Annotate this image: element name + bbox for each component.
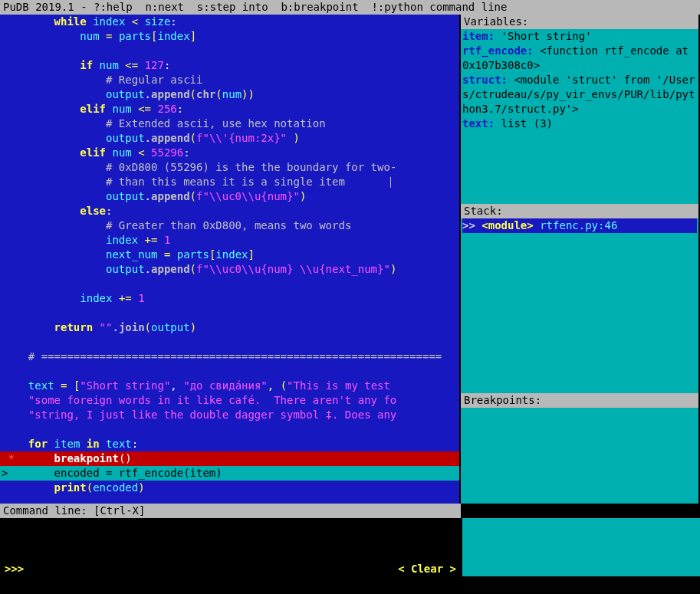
clear-button[interactable]: < Clear > <box>398 562 456 576</box>
code-line[interactable]: # than this means it is a single item ⎸ <box>0 175 459 189</box>
breakpoints-header: Breakpoints: <box>461 393 698 408</box>
code-line[interactable]: output.append(f"\\uc0\\u{num} \\u{next_n… <box>0 262 459 277</box>
code-line[interactable]: output.append(f"\\uc0\\u{num}") <box>0 189 459 204</box>
code-line[interactable]: else: <box>0 204 459 218</box>
code-line[interactable]: output.append(chr(num)) <box>0 87 459 102</box>
variables-header: Variables: <box>461 15 698 29</box>
breakpoints-panel[interactable]: Breakpoints: <box>461 393 698 504</box>
code-line[interactable]: # Extended ascii, use hex notation <box>0 117 459 131</box>
code-line[interactable]: while index < size: <box>0 15 459 29</box>
code-line[interactable]: # Greater than 0xD800, means two words <box>0 218 459 233</box>
variables-panel[interactable]: Variables: item: 'Short string'rtf_encod… <box>461 15 698 204</box>
side-pane: Variables: item: 'Short string'rtf_encod… <box>461 15 698 504</box>
stack-panel[interactable]: Stack: >> <module> rtfenc.py:46 <box>461 204 698 393</box>
code-line[interactable]: "some foreign words in it like café. The… <box>0 393 459 408</box>
code-line[interactable]: index += 1 <box>0 233 459 248</box>
variable-entry[interactable]: struct: <module 'struct' from '/Users/ct… <box>462 73 697 117</box>
variable-entry[interactable]: rtf_encode: <function rtf_encode at 0x10… <box>462 44 697 73</box>
code-line[interactable] <box>0 422 459 437</box>
command-side-fill <box>461 518 700 576</box>
code-line[interactable]: next_num = parts[index] <box>0 248 459 262</box>
title-bar: PuDB 2019.1 - ?:help n:next s:step into … <box>0 0 700 15</box>
code-line[interactable]: elif num <= 256: <box>0 102 459 117</box>
code-line[interactable] <box>0 44 459 58</box>
code-line[interactable] <box>0 364 459 379</box>
main-area: while index < size: num = parts[index] i… <box>0 15 700 504</box>
command-line-header: Command line: [Ctrl-X] <box>0 504 461 518</box>
prompt: >>> <box>5 562 24 576</box>
code-line[interactable]: if num <= 127: <box>0 58 459 73</box>
code-line[interactable]: > encoded = rtf_encode(item) <box>0 466 459 481</box>
bottom-border <box>0 576 700 592</box>
code-line[interactable] <box>0 306 459 320</box>
variable-entry[interactable]: item: 'Short string' <box>462 29 697 44</box>
command-line-pane[interactable]: >>> < Clear > <box>0 518 461 576</box>
code-line[interactable]: return "".join(output) <box>0 320 459 335</box>
code-line[interactable] <box>0 335 459 350</box>
code-line[interactable]: "string, I just like the double dagger s… <box>0 408 459 422</box>
source-pane[interactable]: while index < size: num = parts[index] i… <box>0 15 461 504</box>
code-line[interactable]: # Regular ascii <box>0 73 459 87</box>
code-line[interactable]: index += 1 <box>0 291 459 306</box>
code-line[interactable]: # 0xD800 (55296) is the the boundary for… <box>0 160 459 175</box>
code-line[interactable] <box>0 277 459 291</box>
code-line[interactable]: for item in text: <box>0 437 459 451</box>
code-line[interactable]: print(encoded) <box>0 481 459 495</box>
code-line[interactable]: # ======================================… <box>0 350 459 364</box>
stack-frame[interactable]: >> <module> rtfenc.py:46 <box>462 218 697 233</box>
variable-entry[interactable]: text: list (3) <box>462 117 697 131</box>
stack-header: Stack: <box>461 204 698 218</box>
code-line[interactable]: * breakpoint() <box>0 451 459 466</box>
code-line[interactable]: num = parts[index] <box>0 29 459 44</box>
code-line[interactable]: text = ["Short string", "до свида́ния", … <box>0 379 459 393</box>
code-line[interactable]: elif num < 55296: <box>0 146 459 160</box>
code-line[interactable]: output.append(f"\\'{num:2x}" ) <box>0 131 459 146</box>
